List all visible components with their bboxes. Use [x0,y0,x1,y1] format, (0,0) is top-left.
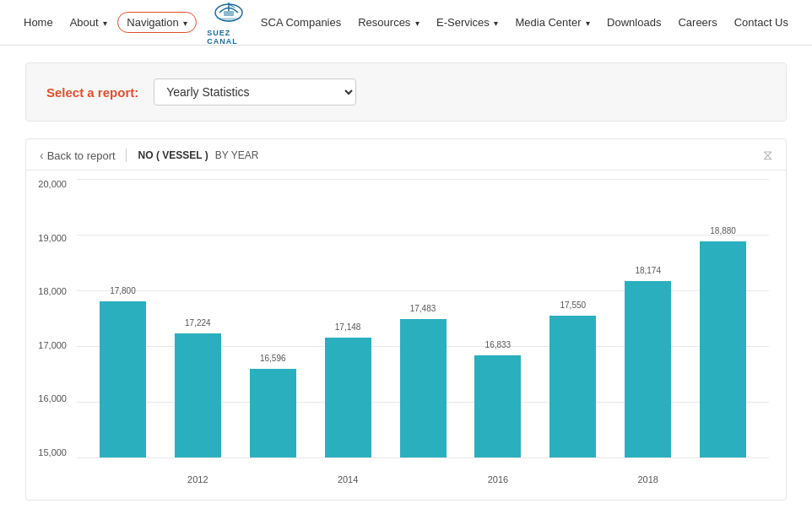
nav-resources[interactable]: Resources ▾ [351,11,426,34]
e-services-arrow: ▾ [494,19,498,28]
x-label: 2014 [311,474,386,484]
report-selector-section: Select a report: Yearly Statistics Month… [25,62,787,122]
x-label [85,474,160,484]
chart-section: ‹ Back to report NO ( VESSEL ) BY YEAR ⧖… [25,138,787,501]
bar-group: 17,483 [386,179,461,457]
x-label [386,474,461,484]
x-labels: 2012 2014 2016 2018 [77,474,769,484]
y-axis-label: 18,000 [38,286,67,296]
x-label: 2012 [160,474,235,484]
bar-value-label: 17,148 [335,322,361,332]
bar[interactable]: 17,550 [549,316,596,457]
nav-downloads[interactable]: Downloads [600,11,668,34]
chart-toolbar: ‹ Back to report NO ( VESSEL ) BY YEAR ⧖ [26,139,786,170]
bar[interactable]: 17,148 [325,338,371,457]
x-label: 2016 [460,474,535,484]
nav-about[interactable]: About ▾ [63,11,115,34]
nav-careers[interactable]: Careers [671,11,723,34]
chart-breadcrumb: NO ( VESSEL ) BY YEAR [127,149,259,161]
bar[interactable]: 17,483 [400,319,447,457]
x-label [535,474,610,484]
back-label: Back to report [47,149,116,162]
about-arrow: ▾ [103,19,107,28]
logo-text: SUEZ CANAL [207,30,251,46]
resources-arrow: ▾ [415,19,420,28]
filter-icon[interactable]: ⧖ [763,148,772,163]
bar-value-label: 17,800 [110,286,136,295]
grid-line [77,457,769,458]
bar-chart: 20,00019,00018,00017,00016,00015,000 17,… [26,170,786,491]
site-logo: SUEZ CANAL [207,0,251,46]
svg-rect-3 [224,11,234,16]
nav-contact-us[interactable]: Contact Us [728,11,795,34]
bar-group: 17,800 [85,179,160,457]
y-axis-label: 16,000 [38,393,67,403]
bar-group: 17,148 [311,179,386,457]
x-label [235,474,311,484]
bar-value-label: 18,174 [635,266,661,275]
nav-navigation[interactable]: Navigation ▾ [117,12,197,33]
report-select[interactable]: Yearly Statistics Monthly Statistics Ves… [154,78,356,106]
main-nav: Home About ▾ Navigation ▾ SUEZ CANAL SCA… [0,0,812,46]
bar[interactable]: 17,800 [100,301,146,457]
bar-value-label: 18,880 [710,226,736,235]
logo-icon [211,0,246,30]
bars-wrapper: 17,80017,22416,59617,14817,48316,83317,5… [77,179,769,457]
bar-group: 18,174 [610,179,685,457]
breadcrumb-node: NO ( VESSEL ) [138,149,208,161]
back-chevron-icon: ‹ [40,149,44,162]
breadcrumb-by: BY YEAR [215,149,259,161]
nav-e-services[interactable]: E-Services ▾ [430,11,505,34]
bar-group: 18,880 [685,179,761,457]
bar[interactable]: 17,224 [175,333,221,457]
bar-group: 16,596 [235,179,311,457]
bar-value-label: 17,224 [185,318,211,327]
bar[interactable]: 16,596 [250,369,296,457]
nav-home[interactable]: Home [17,11,60,34]
bar-group: 17,224 [160,179,235,457]
report-label: Select a report: [46,85,138,100]
nav-media-center[interactable]: Media Center ▾ [508,11,597,34]
y-axis-label: 19,000 [38,233,67,243]
x-label [685,474,761,484]
bar-value-label: 16,596 [260,354,286,363]
navigation-arrow: ▾ [183,19,187,28]
bar-value-label: 17,483 [410,304,436,313]
y-axis-label: 20,000 [38,179,67,189]
x-label: 2018 [610,474,685,484]
toolbar-left: ‹ Back to report NO ( VESSEL ) BY YEAR [40,149,258,162]
nav-sca-companies[interactable]: SCA Companies [254,11,348,34]
y-axis-label: 15,000 [38,447,67,457]
media-center-arrow: ▾ [586,19,590,28]
bar-group: 16,833 [460,179,535,457]
bar-value-label: 16,833 [485,340,512,349]
bar[interactable]: 18,174 [625,281,671,457]
bar-group: 17,550 [535,179,610,457]
y-axis: 20,00019,00018,00017,00016,00015,000 [26,179,73,457]
bar[interactable]: 16,833 [474,355,521,457]
back-to-report-button[interactable]: ‹ Back to report [40,149,127,162]
bar-value-label: 17,550 [560,300,586,310]
bar[interactable]: 18,880 [700,241,746,457]
y-axis-label: 17,000 [38,340,67,350]
